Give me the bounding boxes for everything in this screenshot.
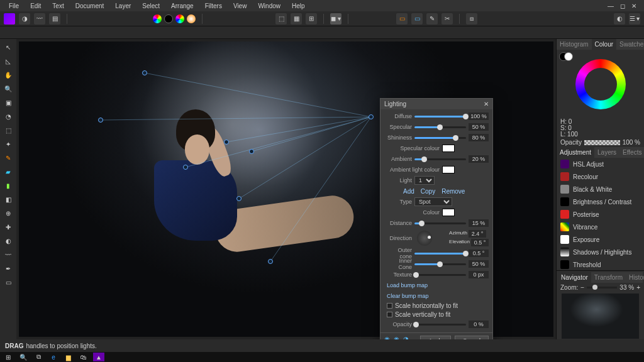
menu-window[interactable]: Window [253,1,286,11]
texture-value[interactable]: 0 px [469,271,489,278]
guides-icon[interactable]: ⊞ [306,13,317,25]
light-handle[interactable] [236,196,242,201]
menu-view[interactable]: View [228,1,252,11]
diffuse-value[interactable]: 100 % [469,112,489,120]
window-maximize-icon[interactable]: ◻ [620,3,625,9]
crop-tool-icon[interactable]: ▣ [3,97,14,108]
light-handle[interactable] [224,140,229,145]
elevation-value[interactable]: 0.5 ° [471,239,489,246]
persona-photo-icon[interactable]: ◑ [19,13,30,25]
scale-h-checkbox[interactable]: Scale horizontally to fit [384,302,489,309]
zoom-in-icon[interactable]: + [636,284,640,291]
load-bump-link[interactable]: Load bump map [384,281,489,290]
lighting-dialog[interactable]: Lighting✕ Diffuse100 % Specular50 % Shin… [380,98,493,339]
fill-tool-icon[interactable]: ▰ [3,166,14,177]
menu-help[interactable]: Help [287,1,310,11]
light-handle[interactable] [142,70,147,75]
light-colour-swatch[interactable] [442,209,455,216]
shape-tool-icon[interactable]: ▭ [3,277,14,288]
adjustment-shadows-highlights[interactable]: Shadows / Highlights [557,246,644,258]
clear-bump-link[interactable]: Clear bump map [384,292,489,300]
menu-edit[interactable]: Edit [25,1,46,11]
primary-colour-swatch[interactable] [564,52,573,61]
specular-value[interactable]: 50 % [469,123,489,131]
persona-develop-icon[interactable]: ▤ [49,13,60,25]
adjustment-vibrance[interactable]: Vibrance [557,221,644,233]
pen-tool-icon[interactable]: ✒ [3,263,14,274]
shininess-slider[interactable] [414,137,466,139]
arrange2-icon[interactable]: ▭ [411,13,423,25]
adjustment-posterise[interactable]: Posterise [557,208,644,221]
light-handle[interactable] [98,118,103,123]
snap-icon[interactable]: ⧈ [466,13,477,25]
persona-liquify-icon[interactable]: 〰 [34,13,45,25]
marquee-tool-icon[interactable]: ⬚ [3,124,14,136]
colour-wheel[interactable] [557,50,644,119]
opacity-val[interactable]: 100 % [623,139,640,146]
menu-filters[interactable]: Filters [200,1,227,11]
remove-light-link[interactable]: Remove [441,188,465,195]
app-logo-icon[interactable] [4,13,15,25]
clone-tool-icon[interactable]: ⊕ [3,207,14,219]
adjustment-hsl-adjust[interactable]: HSL Adjust [557,158,644,170]
explorer-icon[interactable]: ▆ [63,353,74,361]
move-tool-icon[interactable]: ↖ [3,41,14,53]
selection-tool-icon[interactable]: ⬚ [275,13,287,25]
shininess-value[interactable]: 80 % [469,134,489,141]
panel-layout-icon[interactable]: ☰ ▾ [629,13,640,25]
document-view[interactable]: ✕ Lighting✕ [16,39,556,339]
tab-adjustment[interactable]: Adjustment [557,147,594,158]
assistant-icon[interactable]: ✎ [426,13,438,25]
type-select[interactable]: Spot [414,197,452,206]
light-select[interactable]: 1 [414,176,435,185]
zoom-tool-icon[interactable]: 🔍 [3,83,14,94]
outer-cone-slider[interactable] [414,253,466,255]
colour-wheel-icon[interactable] [153,14,162,23]
zoom-out-icon[interactable]: − [580,284,584,291]
specular-colour-swatch[interactable] [442,145,455,152]
scale-v-checkbox[interactable]: Scale vertically to fit [384,311,489,318]
tab-effects[interactable]: Effects [619,147,644,158]
light-handle[interactable] [183,165,188,170]
task-view-icon[interactable]: ⧉ [33,353,44,361]
opacity-value[interactable]: 0 % [469,321,489,328]
adjustment-brightness-contrast[interactable]: Brightness / Contrast [557,195,644,208]
adjustment-threshold[interactable]: Threshold [557,258,644,270]
copy-light-link[interactable]: Copy [421,188,435,195]
start-button-icon[interactable]: ⊞ [3,353,14,361]
tab-layers[interactable]: Layers [594,147,619,158]
light-origin-handle[interactable] [369,114,374,119]
texture-slider[interactable] [414,274,466,276]
flood-select-icon[interactable]: ✦ [3,138,14,150]
menu-select[interactable]: Select [137,1,165,11]
clip-icon[interactable]: ✂ [441,13,453,25]
store-icon[interactable]: 🛍 [78,353,89,361]
node-tool-icon[interactable]: ◺ [3,55,14,67]
menu-text[interactable]: Text [47,1,69,11]
dodge-tool-icon[interactable]: ◐ [3,235,14,246]
opacity-bar[interactable] [584,140,620,145]
window-close-icon[interactable]: ✕ [631,3,636,9]
crop-square-icon[interactable]: ◼ ▾ [330,13,341,25]
adjustment-recolour[interactable]: Recolour [557,170,644,183]
outer-cone-value[interactable]: 0.5 ° [469,250,489,257]
light-handle[interactable] [268,259,273,264]
selection-brush-icon[interactable]: ◔ [3,111,14,122]
tab-transform[interactable]: Transform [591,272,626,283]
warm-icon[interactable] [187,14,196,23]
menu-arrange[interactable]: Arrange [166,1,199,11]
edge-icon[interactable]: e [48,353,59,361]
navigator-preview[interactable] [562,293,639,339]
arrange-icon[interactable]: ▭ [396,13,408,25]
specular-slider[interactable] [414,126,466,128]
erase-tool-icon[interactable]: ◧ [3,194,14,205]
tab-histogram[interactable]: Histogram [557,39,592,50]
azimuth-value[interactable]: 2.4 ° [469,230,486,238]
heal-tool-icon[interactable]: ✚ [3,221,14,233]
search-icon[interactable]: 🔍 [18,353,29,361]
light-handle[interactable] [249,149,254,154]
opacity-slider[interactable] [414,324,466,326]
gradient-tool-icon[interactable]: ▮ [3,180,14,191]
tab-navigator[interactable]: Navigator [558,272,591,283]
tab-history[interactable]: History [626,272,644,283]
